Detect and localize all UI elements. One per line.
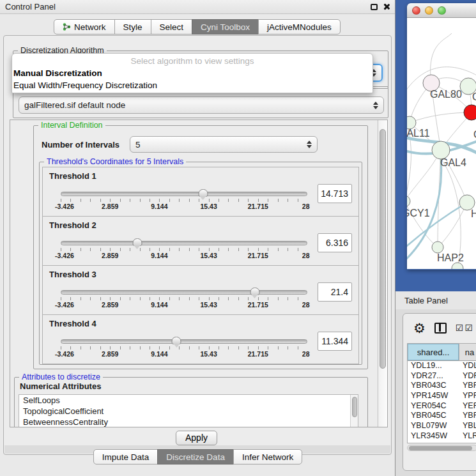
slider-ticks xyxy=(61,199,307,202)
attributes-scrollbar[interactable] xyxy=(350,395,358,427)
slider-thumb[interactable] xyxy=(198,189,208,197)
table-row[interactable]: YDR27...YDR2 xyxy=(408,371,476,381)
slider-ticks xyxy=(61,248,307,251)
tab-select[interactable]: Select xyxy=(151,19,193,35)
algorithm-option-manual-discretization[interactable]: Manual Discretization xyxy=(12,67,372,79)
table-row[interactable]: YBR043CYBR0 xyxy=(408,381,476,391)
num-intervals-label: Number of Intervals xyxy=(42,140,119,150)
slider-tick-labels: -3.4262.8599.14415.4321.71528 xyxy=(61,252,307,260)
network-node[interactable] xyxy=(464,105,476,120)
apply-button[interactable]: Apply xyxy=(176,431,217,445)
table-row[interactable]: YBR045CYBR0 xyxy=(408,411,476,421)
algorithm-option-equal-width-frequency-discretization[interactable]: Equal Width/Frequency Discretization xyxy=(12,79,372,91)
bottom-tab-bar: Impute DataDiscretize DataInfer Network xyxy=(0,449,395,464)
num-intervals-combobox[interactable]: 5 xyxy=(130,136,318,153)
threshold-value-field[interactable]: 6.316 xyxy=(318,233,352,252)
tab-jactivemnodules[interactable]: jActiveMNodules xyxy=(258,19,341,35)
tab-style[interactable]: Style xyxy=(114,19,151,35)
attribute-item-betweennesscentrality[interactable]: BetweennessCentrality xyxy=(19,417,358,427)
threshold-slider[interactable]: -3.4262.8599.14415.4321.71528 xyxy=(61,187,307,211)
column-header-na[interactable]: na xyxy=(459,344,476,360)
threshold-slider[interactable]: -3.4262.8599.14415.4321.71528 xyxy=(61,285,307,309)
network-canvas[interactable]: GAL80GACGAL11GAL4GCY1HHAP2 xyxy=(407,18,476,269)
slider-track[interactable] xyxy=(61,192,307,196)
slider-track[interactable] xyxy=(61,290,307,295)
checkbox-icons[interactable]: ☑☑ xyxy=(456,323,474,333)
network-node-hap2[interactable] xyxy=(432,242,443,253)
network-icon xyxy=(63,22,71,31)
tick-label: 9.144 xyxy=(151,350,167,358)
table-data-combobox[interactable]: galFiltered.sif default node xyxy=(19,96,384,114)
table-row[interactable]: YLR345WYLR3 xyxy=(408,431,476,441)
attribute-item-selfloops[interactable]: SelfLoops xyxy=(19,395,358,406)
table-cell: YPR1 xyxy=(459,391,476,401)
network-graph[interactable]: GAL80GACGAL11GAL4GCY1HHAP2 xyxy=(407,18,476,269)
mac-zoom-icon[interactable] xyxy=(438,6,446,15)
scrollbar-thumb[interactable] xyxy=(409,446,472,450)
table-row[interactable]: YER054CYER0 xyxy=(408,401,476,411)
split-columns-icon[interactable] xyxy=(434,323,447,334)
node-attribute-table[interactable]: shared...na YDL19...YDL1YDR27...YDR2YBR0… xyxy=(407,343,476,443)
table-toolbar: ⚙ ☑☑ xyxy=(403,314,476,342)
tab-infer-network[interactable]: Infer Network xyxy=(233,449,302,464)
table-cell: YDR27... xyxy=(408,371,459,381)
gear-icon[interactable]: ⚙ xyxy=(413,321,426,335)
threshold-value-field[interactable]: 21.4 xyxy=(318,282,352,302)
table-panel-title: Table Panel xyxy=(404,296,448,305)
tab-cyni-toolbox[interactable]: Cyni Toolbox xyxy=(192,19,259,35)
threshold-label: Threshold 1 xyxy=(49,171,352,181)
tab-discretize-data[interactable]: Discretize Data xyxy=(157,449,234,464)
network-view-window: GAL80GACGAL11GAL4GCY1HHAP2 xyxy=(407,3,476,270)
node-label: GCY1 xyxy=(407,208,430,219)
tick-label: 21.715 xyxy=(248,252,268,259)
tick-label: 9.144 xyxy=(151,301,167,309)
tick-label: 2.859 xyxy=(102,301,118,309)
threshold-value-field[interactable]: 11.344 xyxy=(318,332,352,351)
table-horizontal-scrollbar[interactable] xyxy=(407,445,476,451)
tick-label: -3.426 xyxy=(55,252,74,259)
interval-definition-group: Interval Definition Number of Intervals … xyxy=(33,125,368,369)
table-header-row: shared...na xyxy=(408,344,476,361)
tick-label: 2.859 xyxy=(102,350,118,358)
num-intervals-value: 5 xyxy=(135,140,141,150)
tick-label: 28 xyxy=(302,252,310,259)
scrollbar-thumb[interactable] xyxy=(380,129,386,369)
slider-track[interactable] xyxy=(61,339,307,344)
tick-label: -3.426 xyxy=(55,350,74,358)
control-panel-titlebar: Control Panel xyxy=(0,0,395,14)
threshold-list: Threshold 1-3.4262.8599.14415.4321.71528… xyxy=(42,167,359,364)
attribute-item-topologicalcoefficient[interactable]: TopologicalCoefficient xyxy=(19,406,358,417)
tab-impute-data[interactable]: Impute Data xyxy=(93,449,158,464)
table-row[interactable]: YBL079WYBL0 xyxy=(408,421,476,431)
network-node-gal4[interactable] xyxy=(432,141,450,159)
slider-tick-labels: -3.4262.8599.14415.4321.71528 xyxy=(61,203,307,211)
tab-network[interactable]: Network xyxy=(54,19,115,35)
tick-label: 21.715 xyxy=(248,301,268,309)
column-header-shared-[interactable]: shared... xyxy=(408,344,459,360)
float-icon[interactable] xyxy=(371,4,378,10)
slider-thumb[interactable] xyxy=(250,288,260,295)
table-row[interactable]: YDL19...YDL1 xyxy=(408,361,476,371)
table-cell: YDL19... xyxy=(408,361,459,371)
slider-thumb[interactable] xyxy=(133,238,142,246)
settings-vertical-scrollbar[interactable] xyxy=(378,120,387,427)
tab-bar: NetworkStyleSelectCyni ToolboxjActiveMNo… xyxy=(54,19,341,35)
slider-thumb[interactable] xyxy=(172,337,181,344)
threshold-slider[interactable]: -3.4262.8599.14415.4321.71528 xyxy=(61,334,307,358)
table-cell: YIL0 xyxy=(459,441,476,444)
numerical-attributes-list[interactable]: SelfLoopsTopologicalCoefficientBetweenne… xyxy=(19,394,358,427)
table-cell: YBL079W xyxy=(408,421,459,431)
close-icon[interactable] xyxy=(383,3,390,10)
table-row[interactable]: YPR145WYPR1 xyxy=(408,391,476,401)
threshold-value-field[interactable]: 14.713 xyxy=(318,184,352,203)
network-node[interactable] xyxy=(452,263,463,269)
mac-close-icon[interactable] xyxy=(412,6,420,15)
control-panel-window: Control Panel NetworkStyleSelectCyni Too… xyxy=(0,0,395,476)
mac-minimize-icon[interactable] xyxy=(425,6,433,15)
tick-label: 28 xyxy=(302,203,310,210)
algorithm-popup-placeholder: Select algorithm to view settings xyxy=(12,54,372,67)
threshold-slider[interactable]: -3.4262.8599.14415.4321.71528 xyxy=(61,236,307,260)
network-node-gcy1[interactable] xyxy=(407,196,410,207)
table-row[interactable]: YIL052CYIL0 xyxy=(408,441,476,444)
slider-track[interactable] xyxy=(61,241,307,245)
